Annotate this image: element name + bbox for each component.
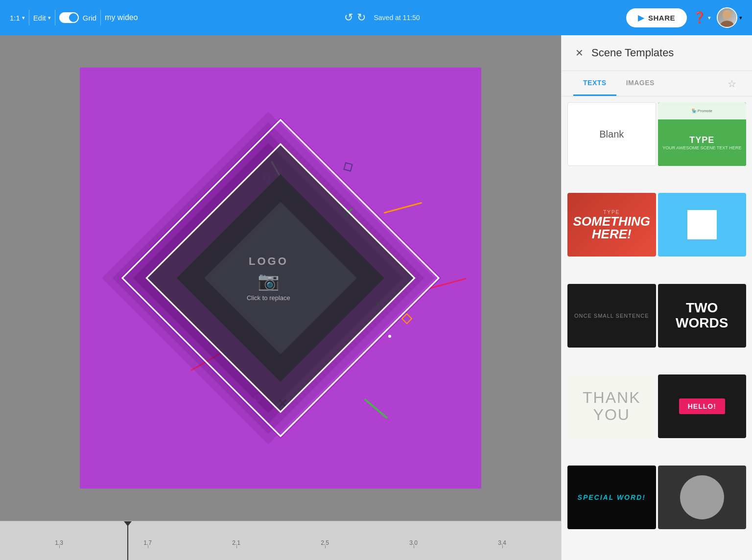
help-icon: ❓ [693,11,706,24]
help-chevron-icon: ▾ [708,15,711,21]
circle-shape [680,475,724,519]
toggle-switch[interactable] [59,12,79,23]
panel-tabs: TEXTS IMAGES ☆ [562,71,752,96]
timeline-marker-4: 3.0 [369,539,458,548]
toolbar: 1:1 ▾ Edit ▾ Grid my wideo ↺ ↻ Saved at … [0,0,752,35]
avatar [717,7,737,28]
logo-text: LOGO [247,255,290,268]
saved-status: Saved at 11:50 [374,14,420,22]
something-content: TYPE SOMETHINGHERE! [573,210,650,240]
timeline: 1.3 1.7 2.1 2.5 3.0 3.4 [0,521,561,560]
undo-redo-group: ↺ ↻ [344,11,366,24]
edit-chevron-icon: ▾ [48,15,51,21]
timeline-track: 1.3 1.7 2.1 2.5 3.0 3.4 [0,521,561,560]
share-button[interactable]: ▶ SHARE [626,8,687,27]
toggle-knob [69,13,78,22]
zoom-label: 1:1 [10,14,20,22]
canvas-scene[interactable]: ✕ ✕ [80,68,481,489]
canvas-wrapper: ✕ ✕ [0,35,561,521]
thank-you-text: THANKYOU [583,389,640,423]
edit-menu[interactable]: Edit ▾ [33,14,51,22]
logo-content[interactable]: LOGO 📷 Click to replace [247,255,290,302]
favorites-button[interactable]: ☆ [724,74,740,93]
template-card-square[interactable] [658,193,747,257]
timeline-marker-5: 3.4 [458,539,546,548]
redo-button[interactable]: ↻ [357,11,366,24]
template-card-two-words[interactable]: TWOWORDS [658,284,747,348]
timeline-marker-3: 2.5 [281,539,369,548]
sentence-text: ONCE SMALL SENTENCE [574,313,649,319]
panel-title: Scene Templates [591,47,674,59]
toolbar-center: ↺ ↻ Saved at 11:50 [146,11,619,24]
template-card-thank-you[interactable]: THANKYOU [567,374,656,438]
toolbar-right: ▶ SHARE ❓ ▾ ▾ [626,7,742,28]
template-card-circle[interactable] [658,466,747,529]
panel-header: ✕ Scene Templates [562,35,752,71]
something-main-text: SOMETHINGHERE! [573,215,650,240]
deco-square [343,162,353,172]
panel-close-button[interactable]: ✕ [573,45,586,61]
avatar-chevron-icon: ▾ [739,15,742,21]
camera-icon: 📷 [247,271,290,291]
template-card-something[interactable]: TYPE SOMETHINGHERE! [567,193,656,257]
panel: ✕ Scene Templates TEXTS IMAGES ☆ Blank 🏪… [561,35,752,560]
special-word-text: SPECIAL WORD! [578,493,646,501]
tab-texts[interactable]: TEXTS [573,71,616,96]
zoom-chevron-icon: ▾ [22,15,25,21]
promo-type-label: TYPE [689,135,714,145]
main-area: ✕ ✕ [0,35,752,560]
share-label: SHARE [648,14,675,22]
canvas-area: ✕ ✕ [0,35,561,560]
project-name[interactable]: my wideo [105,13,138,22]
help-button[interactable]: ❓ ▾ [693,11,711,24]
deco-line-orange [384,202,422,214]
template-card-type-promo[interactable]: 🏪 Promote TYPE YOUR AWESOME SCENE TEXT H… [658,102,747,166]
user-avatar-container[interactable]: ▾ [717,7,742,28]
promo-green-area: TYPE YOUR AWESOME SCENE TEXT HERE [658,119,747,166]
timeline-marker-1: 1.7 [103,539,192,548]
divider-2 [55,10,55,25]
click-replace-text: Click to replace [247,294,290,302]
square-shape [687,210,717,239]
toolbar-left: 1:1 ▾ Edit ▾ Grid my wideo [10,10,138,25]
template-card-blank[interactable]: Blank [567,102,656,166]
share-icon: ▶ [638,13,644,23]
deco-line-green-2 [364,398,388,419]
promo-subtitle: YOUR AWESOME SCENE TEXT HERE [662,145,741,150]
edit-label: Edit [33,14,46,22]
svg-point-2 [723,10,731,19]
hello-badge: HELLO! [679,398,725,414]
zoom-control[interactable]: 1:1 ▾ [10,14,25,22]
timeline-markers: 1.3 1.7 2.1 2.5 3.0 3.4 [0,534,561,548]
deco-dot-white [388,335,391,338]
grid-label: Grid [83,14,96,22]
template-card-special[interactable]: SPECIAL WORD! [567,466,656,529]
template-grid: Blank 🏪 Promote TYPE YOUR AWESOME SCENE … [562,96,752,560]
tab-images[interactable]: IMAGES [616,71,664,96]
undo-button[interactable]: ↺ [344,11,353,24]
grid-toggle[interactable]: Grid [59,12,96,23]
template-card-hello[interactable]: HELLO! [658,374,747,438]
divider-3 [100,10,101,25]
timeline-marker-0: 1.3 [15,539,103,548]
promo-top-bar: 🏪 Promote [658,102,747,119]
two-words-text: TWOWORDS [676,301,728,331]
avatar-image [718,8,736,27]
template-card-sentence[interactable]: ONCE SMALL SENTENCE [567,284,656,348]
timeline-marker-2: 2.1 [192,539,281,548]
playhead[interactable] [127,521,128,560]
divider-1 [29,10,29,25]
template-blank-label: Blank [599,129,624,140]
